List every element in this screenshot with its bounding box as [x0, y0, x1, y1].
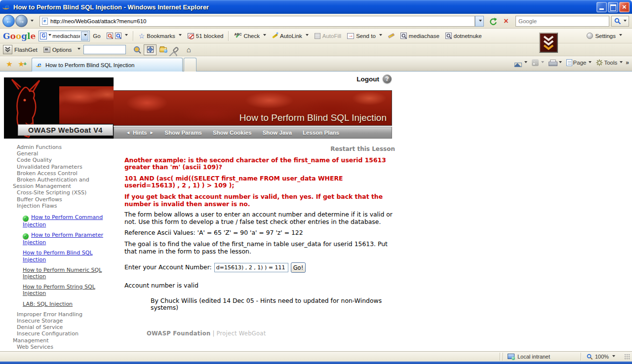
lesson-complete-icon: [23, 216, 29, 221]
custom-search-dotnetnuke-button[interactable]: dotnetnuke: [442, 30, 485, 42]
sidebar-category-code-quality[interactable]: Code Quality: [5, 157, 104, 163]
tab-active[interactable]: How to Perform Blind SQL Injection: [32, 58, 183, 72]
hint-text-2: 101 AND (asc( mid((SELECT first_name FRO…: [124, 175, 395, 189]
lesson-link-blind-sql-injection[interactable]: How to Perform Blind SQL Injection: [23, 250, 93, 262]
menu-show-params[interactable]: Show Params: [165, 130, 202, 136]
search-go-button[interactable]: [611, 16, 629, 27]
sidebar-category-broken-access-control[interactable]: Broken Access Control: [5, 170, 104, 177]
lesson-link-parameter-injection[interactable]: How to Perform Parameter Injection: [23, 232, 103, 246]
flashget-home-button[interactable]: [182, 44, 195, 55]
close-button[interactable]: [619, 2, 630, 12]
stop-button[interactable]: [500, 15, 512, 27]
add-favorite-button[interactable]: +: [16, 59, 27, 69]
sidebar-category-general[interactable]: General: [5, 150, 104, 157]
security-zone-panel[interactable]: Local intranet: [505, 354, 580, 360]
spellcheck-button[interactable]: Check: [231, 30, 269, 42]
spellcheck-icon: [234, 33, 241, 39]
menu-lesson-plans[interactable]: Lesson Plans: [303, 130, 339, 136]
flashget-monitor-button[interactable]: [144, 44, 157, 55]
window-controls: [596, 2, 630, 12]
back-button[interactable]: [2, 15, 15, 27]
sidebar-category-unvalidated-parameters[interactable]: Unvalidated Parameters: [5, 164, 104, 170]
flashget-button[interactable]: FlashGet: [0, 44, 40, 55]
zone-label: Local intranet: [517, 354, 550, 360]
custom-search-mediachase-button[interactable]: mediachase: [397, 30, 442, 42]
page-icon: [42, 18, 48, 25]
address-url[interactable]: http://neo/WebGoat/attack?menu=610: [50, 18, 146, 24]
sidebar-category-admin-functions[interactable]: Admin Functions: [5, 144, 104, 150]
search-site-button[interactable]: [104, 30, 131, 42]
maximize-button[interactable]: [608, 2, 618, 12]
flashget-options-button[interactable]: Options: [40, 44, 84, 55]
refresh-button[interactable]: [487, 15, 499, 27]
flashget-icon: [3, 45, 12, 54]
sidebar-category-improper-error-handling[interactable]: Improper Error Handling: [5, 311, 104, 318]
account-number-input[interactable]: [214, 263, 288, 272]
author-byline: By Chuck Willis (edited 14 Dec 05 - Hint…: [151, 297, 395, 312]
options-dropdown[interactable]: [78, 48, 80, 51]
lesson-complete-icon: [23, 233, 29, 239]
flashget-dropzone[interactable]: [539, 33, 558, 53]
sidebar-category-xss[interactable]: Cross-Site Scripting (XSS): [5, 189, 104, 196]
go-button[interactable]: Go!: [291, 262, 306, 273]
status-bar: Local intranet 100%: [0, 351, 632, 362]
highlighter-button[interactable]: [385, 30, 397, 42]
lesson-link-string-sql-injection[interactable]: How to Perform String SQL Injection: [23, 284, 95, 296]
lesson-link-lab-sql-injection[interactable]: LAB: SQL Injection: [23, 301, 73, 307]
menu-show-java[interactable]: Show Java: [263, 130, 292, 136]
settings-orb-icon: [587, 33, 593, 39]
flashget-site-explorer-button[interactable]: [131, 44, 144, 55]
flashget-site-folder-button[interactable]: [157, 44, 169, 55]
settings-button[interactable]: Settings: [584, 30, 625, 42]
page-footer: OWASP Foundation|Project WebGoat: [147, 330, 395, 337]
lesson-item: How to Perform String SQL Injection: [23, 284, 108, 296]
search-tools-dropdown[interactable]: [125, 34, 128, 37]
restart-lesson-link[interactable]: Restart this Lesson: [124, 144, 395, 153]
print-button[interactable]: [547, 59, 563, 67]
popup-blocker-button[interactable]: 51 blocked: [185, 30, 227, 42]
search-options-dropdown[interactable]: [624, 20, 627, 23]
tools-menu-button[interactable]: Tools: [594, 58, 624, 67]
new-tab-button[interactable]: [184, 58, 197, 72]
sidebar-category-insecure-configuration[interactable]: Insecure Configuration Management: [5, 330, 104, 343]
lesson-sidebar: Admin Functions General Code Quality Unv…: [5, 144, 104, 351]
hints-next-icon[interactable]: [150, 130, 154, 135]
google-search-dropdown[interactable]: [81, 32, 88, 40]
forward-button[interactable]: [15, 15, 28, 27]
bookmarks-button[interactable]: Bookmarks: [136, 30, 185, 42]
project-webgoat-link[interactable]: Project WebGoat: [216, 330, 266, 337]
sidebar-category-injection-flaws[interactable]: Injection Flaws: [5, 203, 104, 209]
sidebar-category-buffer-overflows[interactable]: Buffer Overflows: [5, 196, 104, 203]
lesson-link-numeric-sql-injection[interactable]: How to Perform Numeric SQL Injection: [23, 267, 102, 280]
overflow-chevron-icon[interactable]: [626, 59, 629, 66]
lesson-link-command-injection[interactable]: How to Perform Command Injection: [23, 214, 103, 228]
hints-prev-icon[interactable]: [126, 130, 130, 135]
recent-pages-dropdown[interactable]: [31, 20, 34, 23]
tab-title: How to Perform Blind SQL Injection: [45, 62, 134, 68]
home-button[interactable]: [513, 59, 529, 67]
autolink-button[interactable]: AutoLink: [269, 30, 312, 42]
sidebar-category-insecure-storage[interactable]: Insecure Storage: [5, 318, 104, 324]
send-to-button[interactable]: Send to: [344, 30, 385, 42]
lesson-item: How to Perform Command Injection: [23, 214, 108, 228]
address-bar[interactable]: http://neo/WebGoat/attack?menu=610: [40, 16, 475, 27]
menu-hints[interactable]: Hints: [126, 130, 154, 136]
google-search-combo[interactable]: mediachase: [39, 31, 90, 41]
sidebar-category-web-services[interactable]: Web Services: [5, 344, 104, 350]
owasp-foundation-link[interactable]: OWASP Foundation: [147, 330, 211, 337]
sidebar-category-denial-of-service[interactable]: Denial of Service: [5, 324, 104, 330]
flashget-url-input[interactable]: [83, 45, 126, 54]
zoom-dropdown[interactable]: [612, 355, 615, 359]
minimize-button[interactable]: [596, 2, 607, 12]
sidebar-category-broken-authentication[interactable]: Broken Authentication and Session Manage…: [5, 177, 104, 189]
address-dropdown[interactable]: [475, 16, 484, 27]
google-search-value[interactable]: mediachase: [52, 33, 80, 39]
search-input[interactable]: [515, 16, 609, 27]
favorites-center-button[interactable]: [4, 59, 15, 69]
flashget-links-button[interactable]: [169, 44, 182, 55]
search-box[interactable]: [515, 16, 609, 27]
google-go-button[interactable]: Go: [90, 30, 103, 42]
page-menu-button[interactable]: Page: [565, 58, 593, 67]
send-to-icon: [347, 33, 354, 39]
menu-show-cookies[interactable]: Show Cookies: [213, 130, 252, 136]
